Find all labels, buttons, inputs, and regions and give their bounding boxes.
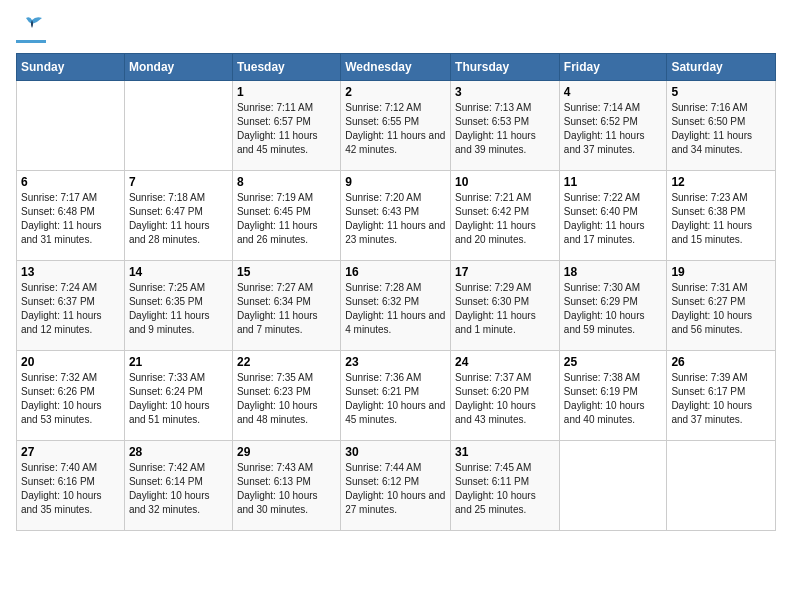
day-info: Sunrise: 7:44 AM Sunset: 6:12 PM Dayligh… [345, 461, 446, 517]
logo-bird-icon [18, 16, 46, 38]
calendar-cell: 3Sunrise: 7:13 AM Sunset: 6:53 PM Daylig… [451, 81, 560, 171]
calendar-cell: 2Sunrise: 7:12 AM Sunset: 6:55 PM Daylig… [341, 81, 451, 171]
weekday-header-sunday: Sunday [17, 54, 125, 81]
day-info: Sunrise: 7:33 AM Sunset: 6:24 PM Dayligh… [129, 371, 228, 427]
day-number: 18 [564, 265, 663, 279]
week-row-5: 27Sunrise: 7:40 AM Sunset: 6:16 PM Dayli… [17, 441, 776, 531]
calendar-cell: 4Sunrise: 7:14 AM Sunset: 6:52 PM Daylig… [559, 81, 667, 171]
day-info: Sunrise: 7:11 AM Sunset: 6:57 PM Dayligh… [237, 101, 336, 157]
day-info: Sunrise: 7:43 AM Sunset: 6:13 PM Dayligh… [237, 461, 336, 517]
day-number: 26 [671, 355, 771, 369]
day-info: Sunrise: 7:27 AM Sunset: 6:34 PM Dayligh… [237, 281, 336, 337]
day-info: Sunrise: 7:40 AM Sunset: 6:16 PM Dayligh… [21, 461, 120, 517]
day-number: 25 [564, 355, 663, 369]
week-row-1: 1Sunrise: 7:11 AM Sunset: 6:57 PM Daylig… [17, 81, 776, 171]
day-number: 2 [345, 85, 446, 99]
logo [16, 16, 46, 43]
calendar-cell: 14Sunrise: 7:25 AM Sunset: 6:35 PM Dayli… [124, 261, 232, 351]
logo-divider [16, 40, 46, 43]
calendar-cell: 1Sunrise: 7:11 AM Sunset: 6:57 PM Daylig… [232, 81, 340, 171]
calendar-cell: 27Sunrise: 7:40 AM Sunset: 6:16 PM Dayli… [17, 441, 125, 531]
day-number: 22 [237, 355, 336, 369]
day-number: 10 [455, 175, 555, 189]
calendar-cell [17, 81, 125, 171]
day-info: Sunrise: 7:31 AM Sunset: 6:27 PM Dayligh… [671, 281, 771, 337]
day-number: 27 [21, 445, 120, 459]
day-info: Sunrise: 7:29 AM Sunset: 6:30 PM Dayligh… [455, 281, 555, 337]
weekday-header-row: SundayMondayTuesdayWednesdayThursdayFrid… [17, 54, 776, 81]
calendar-cell: 20Sunrise: 7:32 AM Sunset: 6:26 PM Dayli… [17, 351, 125, 441]
day-number: 19 [671, 265, 771, 279]
week-row-2: 6Sunrise: 7:17 AM Sunset: 6:48 PM Daylig… [17, 171, 776, 261]
day-info: Sunrise: 7:30 AM Sunset: 6:29 PM Dayligh… [564, 281, 663, 337]
day-info: Sunrise: 7:39 AM Sunset: 6:17 PM Dayligh… [671, 371, 771, 427]
day-number: 3 [455, 85, 555, 99]
day-number: 30 [345, 445, 446, 459]
calendar-cell: 8Sunrise: 7:19 AM Sunset: 6:45 PM Daylig… [232, 171, 340, 261]
day-info: Sunrise: 7:32 AM Sunset: 6:26 PM Dayligh… [21, 371, 120, 427]
day-info: Sunrise: 7:12 AM Sunset: 6:55 PM Dayligh… [345, 101, 446, 157]
day-info: Sunrise: 7:37 AM Sunset: 6:20 PM Dayligh… [455, 371, 555, 427]
day-info: Sunrise: 7:23 AM Sunset: 6:38 PM Dayligh… [671, 191, 771, 247]
calendar-cell [559, 441, 667, 531]
calendar-cell: 29Sunrise: 7:43 AM Sunset: 6:13 PM Dayli… [232, 441, 340, 531]
day-number: 12 [671, 175, 771, 189]
calendar-cell: 11Sunrise: 7:22 AM Sunset: 6:40 PM Dayli… [559, 171, 667, 261]
day-number: 17 [455, 265, 555, 279]
day-info: Sunrise: 7:24 AM Sunset: 6:37 PM Dayligh… [21, 281, 120, 337]
calendar-cell: 9Sunrise: 7:20 AM Sunset: 6:43 PM Daylig… [341, 171, 451, 261]
calendar-cell: 22Sunrise: 7:35 AM Sunset: 6:23 PM Dayli… [232, 351, 340, 441]
page-header [16, 16, 776, 43]
calendar-cell: 25Sunrise: 7:38 AM Sunset: 6:19 PM Dayli… [559, 351, 667, 441]
day-number: 31 [455, 445, 555, 459]
day-number: 21 [129, 355, 228, 369]
day-info: Sunrise: 7:28 AM Sunset: 6:32 PM Dayligh… [345, 281, 446, 337]
calendar-cell: 13Sunrise: 7:24 AM Sunset: 6:37 PM Dayli… [17, 261, 125, 351]
day-number: 23 [345, 355, 446, 369]
day-number: 29 [237, 445, 336, 459]
day-info: Sunrise: 7:18 AM Sunset: 6:47 PM Dayligh… [129, 191, 228, 247]
day-info: Sunrise: 7:17 AM Sunset: 6:48 PM Dayligh… [21, 191, 120, 247]
day-info: Sunrise: 7:35 AM Sunset: 6:23 PM Dayligh… [237, 371, 336, 427]
weekday-header-tuesday: Tuesday [232, 54, 340, 81]
day-number: 15 [237, 265, 336, 279]
calendar-cell: 17Sunrise: 7:29 AM Sunset: 6:30 PM Dayli… [451, 261, 560, 351]
calendar-cell: 12Sunrise: 7:23 AM Sunset: 6:38 PM Dayli… [667, 171, 776, 261]
day-info: Sunrise: 7:13 AM Sunset: 6:53 PM Dayligh… [455, 101, 555, 157]
calendar-cell: 5Sunrise: 7:16 AM Sunset: 6:50 PM Daylig… [667, 81, 776, 171]
day-info: Sunrise: 7:38 AM Sunset: 6:19 PM Dayligh… [564, 371, 663, 427]
day-number: 6 [21, 175, 120, 189]
calendar-cell: 21Sunrise: 7:33 AM Sunset: 6:24 PM Dayli… [124, 351, 232, 441]
day-info: Sunrise: 7:16 AM Sunset: 6:50 PM Dayligh… [671, 101, 771, 157]
day-info: Sunrise: 7:36 AM Sunset: 6:21 PM Dayligh… [345, 371, 446, 427]
calendar-cell: 23Sunrise: 7:36 AM Sunset: 6:21 PM Dayli… [341, 351, 451, 441]
day-info: Sunrise: 7:45 AM Sunset: 6:11 PM Dayligh… [455, 461, 555, 517]
weekday-header-friday: Friday [559, 54, 667, 81]
day-number: 24 [455, 355, 555, 369]
calendar-cell: 24Sunrise: 7:37 AM Sunset: 6:20 PM Dayli… [451, 351, 560, 441]
day-number: 28 [129, 445, 228, 459]
weekday-header-saturday: Saturday [667, 54, 776, 81]
calendar-table: SundayMondayTuesdayWednesdayThursdayFrid… [16, 53, 776, 531]
week-row-4: 20Sunrise: 7:32 AM Sunset: 6:26 PM Dayli… [17, 351, 776, 441]
calendar-cell: 30Sunrise: 7:44 AM Sunset: 6:12 PM Dayli… [341, 441, 451, 531]
calendar-cell: 18Sunrise: 7:30 AM Sunset: 6:29 PM Dayli… [559, 261, 667, 351]
weekday-header-wednesday: Wednesday [341, 54, 451, 81]
calendar-cell: 10Sunrise: 7:21 AM Sunset: 6:42 PM Dayli… [451, 171, 560, 261]
day-info: Sunrise: 7:25 AM Sunset: 6:35 PM Dayligh… [129, 281, 228, 337]
calendar-cell: 26Sunrise: 7:39 AM Sunset: 6:17 PM Dayli… [667, 351, 776, 441]
day-number: 7 [129, 175, 228, 189]
calendar-cell [124, 81, 232, 171]
day-number: 13 [21, 265, 120, 279]
day-number: 20 [21, 355, 120, 369]
day-number: 1 [237, 85, 336, 99]
day-info: Sunrise: 7:42 AM Sunset: 6:14 PM Dayligh… [129, 461, 228, 517]
week-row-3: 13Sunrise: 7:24 AM Sunset: 6:37 PM Dayli… [17, 261, 776, 351]
day-info: Sunrise: 7:19 AM Sunset: 6:45 PM Dayligh… [237, 191, 336, 247]
calendar-cell: 19Sunrise: 7:31 AM Sunset: 6:27 PM Dayli… [667, 261, 776, 351]
day-number: 9 [345, 175, 446, 189]
day-info: Sunrise: 7:14 AM Sunset: 6:52 PM Dayligh… [564, 101, 663, 157]
day-number: 8 [237, 175, 336, 189]
day-number: 5 [671, 85, 771, 99]
day-info: Sunrise: 7:20 AM Sunset: 6:43 PM Dayligh… [345, 191, 446, 247]
